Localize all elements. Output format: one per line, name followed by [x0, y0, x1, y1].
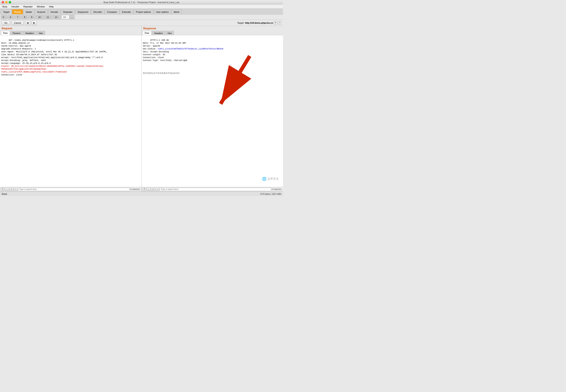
response-tab-headers[interactable]: Headers [152, 31, 165, 35]
session-tab-9[interactable]: 9 × [29, 15, 36, 19]
tab-project-options[interactable]: Project options [134, 9, 153, 14]
edit-icon[interactable]: ✎ [274, 21, 277, 25]
session-tab-close-9[interactable]: × [33, 16, 34, 18]
menu-bar: Burp Intruder Repeater Window Help [0, 4, 283, 9]
maximize-button[interactable] [9, 1, 11, 3]
request-line4: Upgrade-Insecure-Requests: 1 [1, 48, 36, 50]
request-line12: YuHYi_siteid=efbf_RWHDxiZQDfsVtE_r2Es15b… [1, 71, 67, 73]
tab-sequencer[interactable]: Sequencer [75, 9, 91, 14]
request-search-prev[interactable]: ‹ [5, 188, 9, 191]
response-body: 您访问的站点不存在或者未开启wap访问 [143, 72, 282, 75]
menu-help[interactable]: Help [48, 5, 55, 8]
session-tab-11[interactable]: 11 × [44, 15, 53, 19]
session-tab-close-13[interactable]: × [66, 16, 67, 18]
session-tab-close-5[interactable]: × [4, 16, 6, 18]
response-panel: Response Raw Headers Hex HTTP/1.1 200 OK… [142, 26, 283, 192]
session-tab-7[interactable]: 7 × [15, 15, 22, 19]
target-url: http://v9.demo.phpcms.cn [245, 22, 273, 24]
menu-window[interactable]: Window [36, 5, 45, 8]
response-line8: Content-Type: text/html; charset=gbk [143, 59, 187, 62]
session-tab-close-11[interactable]: × [50, 16, 51, 18]
back-button[interactable]: ◀ [25, 21, 30, 25]
window-title: Burp Suite Professional v1.7.11 - Tempor… [104, 1, 180, 3]
request-search-matches: 0 matches [130, 188, 141, 190]
request-search-next-plus[interactable]: + [10, 188, 13, 191]
tab-alerts[interactable]: Alerts [171, 9, 182, 14]
session-tab-12[interactable]: 12 × [53, 15, 61, 19]
response-search-prev[interactable]: ‹ [147, 188, 150, 191]
request-tab-hex[interactable]: Hex [37, 31, 45, 35]
request-content[interactable]: GET /index.php?m=wap&c=index&a=init&site… [0, 35, 142, 187]
status-info: 274 bytes | 102 millis [260, 193, 281, 195]
cancel-button[interactable]: Cancel [11, 21, 24, 25]
svg-line-1 [221, 56, 250, 104]
response-line1: HTTP/1.1 200 OK [150, 39, 169, 42]
tab-decoder[interactable]: Decoder [91, 9, 104, 14]
session-tab-13[interactable]: 13 × [61, 15, 70, 19]
request-search-input[interactable] [18, 188, 130, 191]
menu-repeater[interactable]: Repeater [22, 5, 33, 8]
session-tab-close-10[interactable]: × [41, 16, 42, 18]
response-search-input[interactable] [160, 188, 271, 191]
tab-proxy[interactable]: Proxy [12, 9, 23, 14]
request-tab-params[interactable]: Params [10, 31, 23, 35]
menu-burp[interactable]: Burp [2, 5, 8, 8]
request-line13: Connection: close [1, 74, 22, 76]
request-panel: Request Raw Params Headers Hex GET /inde… [0, 26, 142, 192]
request-line2: Host: v9.demo.phpcms.cn [1, 42, 30, 44]
response-tab-hex[interactable]: Hex [166, 31, 174, 35]
back-icon: ◀ [27, 22, 28, 24]
tab-user-options[interactable]: User options [154, 9, 171, 14]
request-tab-raw[interactable]: Raw [1, 31, 10, 35]
request-line8: Accept-Encoding: gzip, deflate, sdch [1, 59, 46, 62]
tab-comparer[interactable]: Comparer [105, 9, 119, 14]
watermark: 🌐 边界安全 [262, 177, 279, 181]
tab-intruder[interactable]: Intruder [48, 9, 61, 14]
go-button[interactable]: Go [2, 21, 10, 25]
session-tab-5[interactable]: 5 × [1, 15, 7, 19]
response-tab-raw[interactable]: Raw [142, 31, 152, 35]
request-line11: PHPSESSID=fn6ligmps2o5r04r6bemdpf6a6; [1, 68, 47, 70]
forward-button[interactable]: ▶ [31, 21, 37, 25]
minimize-button[interactable] [5, 1, 8, 3]
response-content[interactable]: HTTP/1.1 200 OK Date: Fri, 17 Mar 2017 0… [142, 35, 283, 187]
request-search-help[interactable]: ? [1, 188, 4, 191]
session-tab-close-8[interactable]: × [26, 16, 27, 18]
top-tabs: Target Proxy Spider Scanner Intruder Rep… [0, 9, 283, 14]
request-search-next[interactable]: › [14, 188, 17, 191]
request-line7: Accept: text/html,application/xhtml+xml,… [1, 56, 103, 59]
request-line3: Cache-Control: max-age=0 [1, 45, 31, 47]
session-tab-6[interactable]: 6 × [8, 15, 14, 19]
menu-intruder[interactable]: Intruder [11, 5, 20, 8]
tab-repeater[interactable]: Repeater [61, 9, 75, 14]
request-line10: Cookie: UM_distinctid=15adac5229b434-086… [1, 65, 104, 67]
close-button[interactable] [2, 1, 4, 3]
main-content: Request Raw Params Headers Hex GET /inde… [0, 26, 283, 192]
response-line2: Date: Fri, 17 Mar 2017 08:31:54 GMT [143, 42, 186, 44]
target-info: Target: http://v9.demo.phpcms.cn ✎ ? [237, 21, 281, 25]
session-tab-8[interactable]: 8 × [22, 15, 29, 19]
session-tab-close-12[interactable]: × [58, 16, 59, 18]
response-line5: Vary: Accept-Encoding [143, 51, 169, 53]
target-label: Target: [237, 22, 244, 24]
tab-target[interactable]: Target [1, 9, 12, 14]
response-search-next-plus[interactable]: + [151, 188, 155, 191]
response-search-help[interactable]: ? [142, 188, 146, 191]
response-search-next[interactable]: › [156, 188, 159, 191]
request-line6: like Gecko) Chrome/56.0.2924.87 Safari/5… [1, 54, 57, 56]
response-search-bar: ? ‹ + › 0 matches [142, 187, 283, 192]
tab-spider[interactable]: Spider [23, 9, 34, 14]
tab-scanner[interactable]: Scanner [35, 9, 48, 14]
session-tab-close-6[interactable]: × [12, 16, 13, 18]
response-cookie-value: YuHYi_siteid=b6f99SIA76TTGvDeLkx_j1uARhu… [158, 48, 223, 50]
request-header: Request [0, 26, 142, 30]
session-tab-close-7[interactable]: × [19, 16, 20, 18]
request-tab-headers[interactable]: Headers [23, 31, 36, 35]
session-tabs: 5 × 6 × 7 × 8 × 9 × 10 × 11 × 12 × 13 × … [0, 14, 283, 20]
session-tab-more[interactable]: ... [70, 15, 75, 19]
session-tab-10[interactable]: 10 × [36, 15, 44, 19]
response-line3: Server: Apache [143, 45, 160, 47]
response-set-cookie-prefix: Set-Cookie: [143, 48, 158, 50]
help-icon[interactable]: ? [278, 21, 281, 25]
tab-extender[interactable]: Extender [120, 9, 133, 14]
